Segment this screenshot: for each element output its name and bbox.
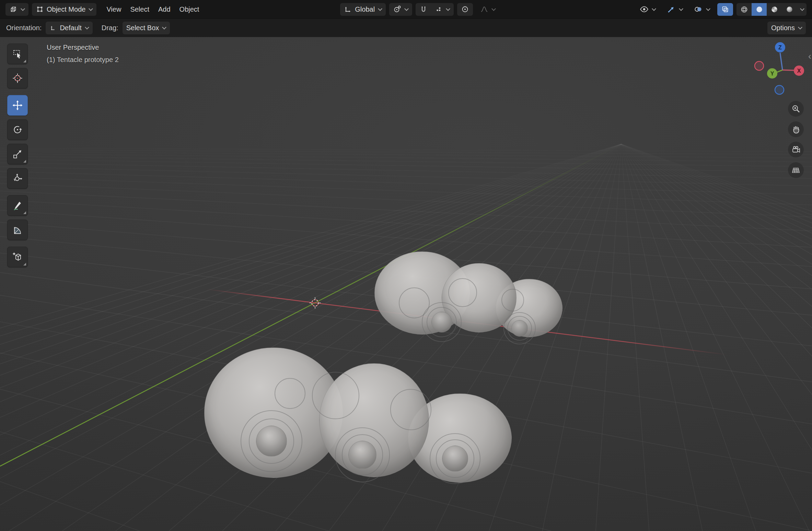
- drag-value-dropdown[interactable]: Select Box: [123, 22, 170, 34]
- rotate-tool-icon: [12, 124, 23, 135]
- ortho-grid-icon: [791, 165, 801, 175]
- shading-options-dropdown[interactable]: [797, 3, 807, 16]
- scale-tool-icon: [12, 149, 23, 160]
- orientation-value: Default: [60, 24, 81, 32]
- sidebar-collapse-arrow[interactable]: ‹: [808, 51, 811, 61]
- object-visibility-dropdown[interactable]: [636, 3, 660, 16]
- annotate-pen-icon: [12, 200, 23, 211]
- tool-rotate[interactable]: [7, 119, 28, 140]
- cursor-3d[interactable]: [309, 297, 321, 309]
- tool-scale[interactable]: [7, 144, 28, 164]
- tool-annotate[interactable]: [7, 195, 28, 216]
- eye-icon: [640, 5, 649, 14]
- options-label: Options: [771, 24, 795, 32]
- shading-rendered-button[interactable]: [782, 3, 797, 16]
- orientation-value-dropdown[interactable]: Default: [46, 22, 92, 34]
- gizmo-arrow-icon: [667, 5, 676, 14]
- subtool-indicator: [23, 160, 26, 163]
- metaball-bump: [511, 320, 528, 337]
- material-sphere-icon: [770, 5, 778, 13]
- orientation-dropdown[interactable]: Global: [340, 3, 386, 16]
- transform-tool-icon: [12, 173, 23, 184]
- camera-view-button[interactable]: [788, 142, 804, 157]
- viewport-info-text: User Perspective (1) Tentacle prototype …: [47, 41, 119, 66]
- snap-settings-dropdown[interactable]: [431, 3, 454, 16]
- camera-icon: [791, 145, 801, 154]
- menu-view[interactable]: View: [102, 3, 126, 16]
- snap-toggle[interactable]: [416, 3, 431, 16]
- mode-label: Object Mode: [47, 5, 85, 13]
- chevron-down-icon: [679, 7, 683, 11]
- editor-type-selector[interactable]: [5, 3, 28, 16]
- subtool-indicator: [23, 60, 26, 62]
- metaball-bump: [442, 446, 468, 472]
- snapping-group: [416, 3, 454, 16]
- wire-ring: [275, 378, 305, 409]
- gizmo-neg-x-ball: [755, 61, 764, 70]
- drag-field-label: Drag:: [102, 24, 118, 32]
- shading-material-button[interactable]: [767, 3, 782, 16]
- proportional-circle-icon: [461, 5, 469, 13]
- gizmos-dropdown[interactable]: [663, 3, 687, 16]
- overlays-dropdown[interactable]: [690, 3, 714, 16]
- add-cube-icon: [12, 251, 23, 262]
- solid-sphere-icon: [755, 5, 763, 13]
- blender-window: Object Mode View Select Add Object Globa…: [0, 0, 812, 531]
- metaball-bump: [348, 441, 376, 469]
- chevron-down-icon: [652, 7, 656, 11]
- viewport-3d[interactable]: User Perspective (1) Tentacle prototype …: [0, 37, 812, 531]
- menu-object[interactable]: Object: [175, 3, 204, 16]
- xray-toggle[interactable]: [717, 3, 733, 16]
- chevron-down-icon: [706, 7, 710, 11]
- proportional-editing-toggle[interactable]: [457, 3, 473, 16]
- view-perspective-label: User Perspective: [47, 41, 119, 54]
- chevron-down-icon: [378, 7, 382, 11]
- wire-ring: [448, 278, 477, 307]
- shading-solid-button[interactable]: [752, 3, 767, 16]
- tool-move[interactable]: [7, 95, 28, 116]
- wire-ring: [390, 389, 431, 430]
- tool-settings-bar: Orientation: Default Drag: Select Box Op…: [0, 19, 812, 37]
- snap-target-icon: [435, 5, 443, 13]
- gizmo-z-label: Z: [778, 45, 782, 50]
- overlays-icon: [694, 5, 703, 14]
- select-box-icon: [12, 48, 23, 59]
- toggle-ortho-button[interactable]: [788, 162, 804, 178]
- options-dropdown[interactable]: Options: [767, 22, 806, 34]
- chevron-down-icon: [89, 7, 93, 11]
- cursor-tool-icon: [12, 73, 23, 84]
- shading-mode-group: [736, 3, 807, 16]
- pan-button[interactable]: [788, 121, 804, 137]
- gizmo-x-label: X: [797, 68, 801, 74]
- chevron-down-icon: [21, 7, 25, 11]
- tool-transform[interactable]: [7, 168, 28, 189]
- pan-hand-icon: [791, 125, 801, 134]
- shading-wireframe-button[interactable]: [736, 3, 752, 16]
- menubar: View Select Add Object: [102, 3, 204, 16]
- mode-dropdown[interactable]: Object Mode: [32, 3, 96, 16]
- magnet-icon: [419, 5, 428, 13]
- drag-value: Select Box: [126, 24, 159, 32]
- chevron-down-icon: [491, 7, 496, 11]
- wire-ring: [501, 289, 524, 311]
- tool-select-box[interactable]: [7, 44, 28, 64]
- pivot-point-icon: [393, 5, 401, 13]
- proportional-falloff-dropdown[interactable]: [476, 3, 499, 16]
- falloff-curve-icon: [480, 5, 488, 13]
- zoom-magnifier-icon: [791, 104, 801, 114]
- object-mode-icon: [36, 5, 44, 13]
- zoom-button[interactable]: [788, 101, 804, 117]
- tool-add-cube[interactable]: [7, 247, 28, 267]
- measure-tool-icon: [12, 224, 23, 235]
- menu-select[interactable]: Select: [126, 3, 154, 16]
- tool-measure[interactable]: [7, 220, 28, 240]
- metaball-bump: [431, 312, 452, 332]
- chevron-down-icon: [162, 25, 166, 30]
- navigation-gizmo[interactable]: Z Y X: [749, 39, 807, 97]
- axes-icon: [344, 5, 352, 13]
- orientation-label: Global: [355, 5, 375, 13]
- pivot-point-dropdown[interactable]: [389, 3, 412, 16]
- chevron-down-icon: [404, 7, 409, 11]
- menu-add[interactable]: Add: [154, 3, 175, 16]
- tool-cursor[interactable]: [7, 68, 28, 88]
